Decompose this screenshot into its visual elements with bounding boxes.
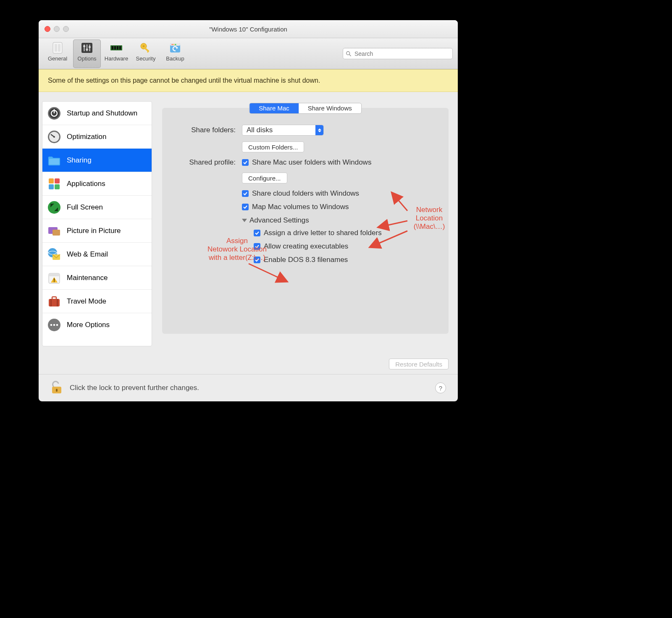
sidebar-item-web[interactable]: Web & Email (42, 243, 152, 266)
svg-line-26 (349, 54, 351, 55)
svg-rect-0 (53, 42, 62, 53)
fullscreen-icon (47, 200, 62, 215)
toolbar-options[interactable]: Options (73, 39, 101, 68)
calendar-warn-icon (47, 270, 62, 285)
svg-point-34 (53, 136, 55, 138)
svg-rect-13 (117, 46, 118, 50)
suitcase-icon (47, 294, 62, 309)
custom-folders-button[interactable]: Custom Folders... (242, 141, 304, 152)
globe-mail-icon (47, 247, 62, 262)
svg-rect-14 (119, 46, 121, 50)
detail-area: Share Mac Share Windows Share folders: A… (162, 101, 449, 346)
svg-rect-48 (49, 273, 60, 276)
svg-rect-2 (58, 44, 60, 52)
restore-defaults-area: Restore Defaults (389, 359, 449, 369)
svg-rect-44 (52, 230, 60, 236)
sidebar-item-label: Travel Mode (67, 297, 106, 306)
sidebar-item-label: Picture in Picture (67, 227, 121, 235)
checkbox-share-cloud[interactable] (242, 190, 249, 197)
dos83-label: Enable DOS 8.3 filenames (264, 256, 348, 264)
svg-rect-55 (57, 299, 58, 306)
svg-rect-52 (49, 299, 60, 306)
titlebar[interactable]: "Windows 10" Configuration (39, 20, 458, 38)
svg-rect-35 (49, 159, 59, 165)
sidebar-item-label: More Options (67, 321, 110, 329)
sidebar-item-label: Sharing (67, 156, 92, 165)
svg-rect-61 (56, 389, 58, 392)
checkbox-share-user-folders[interactable] (242, 159, 249, 166)
sidebar-item-travel[interactable]: Travel Mode (42, 290, 152, 313)
search-icon (346, 51, 352, 57)
switch-icon (51, 41, 64, 55)
search-input[interactable] (354, 50, 450, 58)
svg-point-9 (89, 46, 91, 48)
sidebar-item-startup[interactable]: Startup and Shutdown (42, 102, 152, 125)
sidebar-item-label: Startup and Shutdown (67, 109, 137, 118)
svg-rect-1 (55, 44, 57, 52)
sidebar-item-label: Maintenance (67, 274, 108, 282)
sidebar-item-label: Applications (67, 180, 105, 188)
svg-rect-54 (50, 299, 52, 306)
sidebar-item-fullscreen[interactable]: Full Screen (42, 196, 152, 219)
segment-share-windows[interactable]: Share Windows (299, 103, 361, 113)
configure-button[interactable]: Configure... (242, 173, 287, 183)
share-folders-select[interactable]: All disks (242, 125, 324, 136)
svg-rect-37 (55, 178, 60, 183)
svg-point-57 (50, 324, 52, 326)
map-volumes-label: Map Mac volumes to Windows (252, 203, 349, 211)
lock-text: Click the lock to prevent further change… (70, 384, 199, 392)
sidebar-item-label: Full Screen (67, 203, 103, 212)
configuration-window: "Windows 10" Configuration General Optio… (39, 20, 458, 401)
sidebar-item-applications[interactable]: Applications (42, 172, 152, 196)
chevron-down-icon (242, 219, 247, 222)
drive-letter-label: Assign a drive letter to shared folders (264, 229, 382, 237)
sidebar-item-maintenance[interactable]: Maintenance (42, 266, 152, 290)
pip-icon (47, 223, 62, 238)
checkbox-drive-letter[interactable] (254, 230, 260, 236)
help-button[interactable]: ? (435, 382, 446, 393)
svg-point-16 (143, 45, 145, 47)
toolbar: General Options Hardware Security (39, 38, 458, 69)
share-cloud-label: Share cloud folders with Windows (252, 189, 359, 198)
more-icon (47, 317, 62, 333)
checkbox-map-volumes[interactable] (242, 204, 249, 210)
svg-rect-39 (55, 184, 60, 189)
key-icon (139, 41, 152, 55)
sidebar-item-more[interactable]: More Options (42, 313, 152, 336)
svg-rect-50 (54, 278, 55, 281)
toolbar-backup[interactable]: Backup (161, 39, 189, 68)
svg-point-23 (175, 44, 176, 45)
svg-rect-36 (49, 178, 54, 183)
sidebar-item-label: Web & Email (67, 250, 108, 259)
folder-share-icon (47, 153, 62, 168)
lock-icon[interactable] (50, 380, 63, 396)
chevron-updown-icon (315, 125, 323, 135)
svg-point-40 (48, 201, 60, 214)
sidebar-item-label: Optimization (67, 133, 106, 141)
advanced-disclosure[interactable]: Advanced Settings (242, 216, 449, 225)
toolbar-security[interactable]: Security (132, 39, 160, 68)
sliders-icon (80, 41, 94, 55)
checkbox-executables[interactable] (254, 243, 260, 250)
sidebar-item-pip[interactable]: Picture in Picture (42, 219, 152, 243)
svg-rect-51 (54, 281, 55, 282)
search-field[interactable] (343, 48, 453, 59)
shared-profile-label: Shared profile: (162, 158, 236, 167)
toolbar-general[interactable]: General (44, 39, 71, 68)
toolbar-hardware[interactable]: Hardware (102, 39, 130, 68)
warning-banner: Some of the settings on this page cannot… (39, 69, 458, 92)
segment-share-mac[interactable]: Share Mac (249, 103, 299, 113)
sidebar-item-sharing[interactable]: Sharing (42, 149, 152, 172)
zoom-icon (63, 26, 69, 32)
close-icon[interactable] (45, 26, 50, 32)
power-icon (47, 106, 62, 121)
sharing-panel: Share Mac Share Windows Share folders: A… (162, 108, 449, 334)
restore-defaults-button[interactable]: Restore Defaults (389, 359, 449, 369)
svg-point-59 (56, 324, 58, 326)
gauge-icon (47, 129, 62, 144)
svg-point-7 (83, 45, 85, 47)
checkbox-dos83[interactable] (254, 257, 260, 263)
backup-icon (168, 41, 182, 55)
memory-icon (110, 41, 123, 55)
sidebar-item-optimization[interactable]: Optimization (42, 125, 152, 149)
